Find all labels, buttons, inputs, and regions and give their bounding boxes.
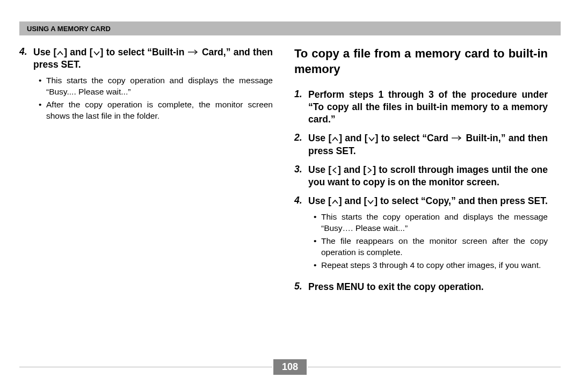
text-fragment: ] to select “Copy,” and then press SET. bbox=[374, 195, 548, 206]
step-text: Press MENU to exit the copy operation. bbox=[308, 281, 548, 293]
bullet-text: This starts the copy operation and displ… bbox=[46, 75, 273, 98]
right-step-2: 2. Use [] and [] to select “Card Built-i… bbox=[294, 132, 548, 157]
text-fragment: Use [ bbox=[33, 47, 56, 57]
bullet-item: • Repeat steps 3 through 4 to copy other… bbox=[314, 260, 548, 271]
text-fragment: Use [ bbox=[308, 133, 331, 143]
text-fragment: ] to select “Card bbox=[375, 133, 448, 143]
section-header-title: USING A MEMORY CARD bbox=[27, 25, 111, 33]
text-fragment: ] and [ bbox=[64, 47, 92, 57]
right-column: To copy a file from a memory card to bui… bbox=[294, 46, 548, 297]
manual-page: USING A MEMORY CARD 4. Use [] and [] to … bbox=[0, 0, 580, 392]
step-number: 1. bbox=[294, 89, 308, 126]
step-text: Use [] and [] to select “Card Built-in,”… bbox=[308, 132, 548, 157]
bullet-marker: • bbox=[314, 236, 321, 258]
bullet-item: • After the copy operation is complete, … bbox=[39, 99, 273, 122]
up-chevron-icon bbox=[331, 199, 339, 205]
text-fragment: ] to select “Built-in bbox=[100, 47, 185, 57]
right-chevron-icon bbox=[366, 166, 373, 174]
bullet-text: This starts the copy operation and displ… bbox=[321, 212, 548, 234]
left-column: 4. Use [] and [] to select “Built-in Car… bbox=[19, 46, 273, 297]
step-number: 4. bbox=[294, 195, 308, 207]
bullet-marker: • bbox=[39, 75, 46, 98]
text-fragment: ] and [ bbox=[339, 195, 367, 206]
bullet-item: • The file reappears on the monitor scre… bbox=[314, 236, 548, 258]
section-header-bar: USING A MEMORY CARD bbox=[19, 21, 561, 35]
bullet-item: • This starts the copy operation and dis… bbox=[39, 75, 273, 98]
right-step-5: 5. Press MENU to exit the copy operation… bbox=[294, 281, 548, 293]
bullet-list: • This starts the copy operation and dis… bbox=[39, 75, 273, 122]
page-number: 108 bbox=[273, 359, 307, 375]
page-footer: 108 bbox=[19, 359, 561, 375]
up-chevron-icon bbox=[56, 50, 64, 56]
bullet-marker: • bbox=[314, 212, 321, 234]
step-text: Use [] and [] to select “Built-in Card,”… bbox=[33, 46, 273, 71]
step-number: 3. bbox=[294, 164, 308, 188]
right-step-1: 1. Perform steps 1 through 3 of the proc… bbox=[294, 89, 548, 126]
step-number: 2. bbox=[294, 132, 308, 157]
step-text: Use [] and [] to select “Copy,” and then… bbox=[308, 195, 548, 207]
bullet-marker: • bbox=[314, 260, 321, 271]
step-number: 4. bbox=[19, 46, 33, 71]
down-chevron-icon bbox=[368, 136, 375, 142]
text-fragment: ] and [ bbox=[339, 133, 367, 143]
up-chevron-icon bbox=[331, 136, 339, 142]
footer-line-right bbox=[308, 367, 561, 367]
content-columns: 4. Use [] and [] to select “Built-in Car… bbox=[19, 46, 561, 297]
right-section-title: To copy a file from a memory card to bui… bbox=[294, 46, 548, 77]
right-arrow-icon bbox=[187, 46, 199, 59]
bullet-text: Repeat steps 3 through 4 to copy other i… bbox=[321, 260, 548, 271]
text-fragment: Use [ bbox=[308, 195, 331, 206]
step-text: Use [] and [] to scroll through images u… bbox=[308, 164, 548, 188]
step-number: 5. bbox=[294, 281, 308, 293]
text-fragment: Use [ bbox=[308, 164, 331, 175]
down-chevron-icon bbox=[93, 50, 100, 56]
left-step-4: 4. Use [] and [] to select “Built-in Car… bbox=[19, 46, 273, 71]
bullet-item: • This starts the copy operation and dis… bbox=[314, 212, 548, 234]
right-step-3: 3. Use [] and [] to scroll through image… bbox=[294, 164, 548, 188]
right-step-4: 4. Use [] and [] to select “Copy,” and t… bbox=[294, 195, 548, 207]
left-chevron-icon bbox=[331, 166, 338, 174]
bullet-list: • This starts the copy operation and dis… bbox=[314, 212, 548, 271]
down-chevron-icon bbox=[367, 199, 374, 205]
step-text: Perform steps 1 through 3 of the procedu… bbox=[308, 89, 548, 126]
footer-line-left bbox=[19, 367, 272, 367]
bullet-text: After the copy operation is complete, th… bbox=[46, 99, 273, 122]
bullet-marker: • bbox=[39, 99, 46, 122]
right-arrow-icon bbox=[451, 132, 463, 144]
bullet-text: The file reappears on the monitor screen… bbox=[321, 236, 548, 258]
text-fragment: ] and [ bbox=[338, 164, 366, 175]
